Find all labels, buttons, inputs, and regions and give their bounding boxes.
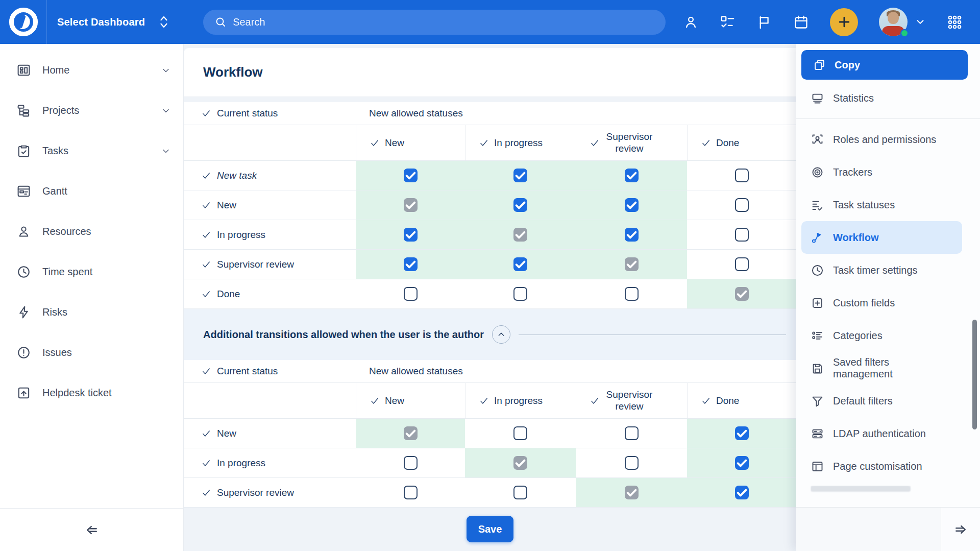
checkbox-in-progress-to-supervisor-review[interactable] bbox=[625, 456, 639, 470]
search-input[interactable] bbox=[233, 16, 660, 28]
global-search[interactable] bbox=[203, 10, 666, 35]
panel-item-workflow[interactable]: Workflow bbox=[801, 221, 962, 254]
transition-cell bbox=[687, 279, 796, 308]
panel-item-categories[interactable]: Categories bbox=[801, 319, 962, 352]
trackers-icon bbox=[811, 165, 824, 179]
checkbox-supervisor-review-to-done[interactable] bbox=[735, 257, 749, 271]
user-icon[interactable] bbox=[683, 14, 699, 30]
transition-cell bbox=[356, 250, 465, 279]
panel-item-label: Task timer settings bbox=[833, 265, 918, 276]
check-icon bbox=[479, 138, 489, 148]
checkbox-new-to-new[interactable] bbox=[404, 426, 418, 440]
checkbox-supervisor-review-to-supervisor-review[interactable] bbox=[625, 486, 639, 499]
apps-grid-icon[interactable] bbox=[947, 14, 963, 30]
checkbox-new-to-done[interactable] bbox=[735, 198, 749, 212]
sidebar-item-issues[interactable]: Issues bbox=[0, 332, 183, 373]
checkbox-new-task-to-in-progress[interactable] bbox=[513, 169, 527, 182]
checkbox-in-progress-to-in-progress[interactable] bbox=[513, 228, 527, 242]
plus-icon bbox=[837, 14, 852, 30]
transition-cell bbox=[687, 190, 796, 220]
checkbox-supervisor-review-to-new[interactable] bbox=[404, 257, 418, 271]
checkbox-new-to-supervisor-review[interactable] bbox=[625, 426, 639, 440]
quick-add-button[interactable] bbox=[830, 8, 858, 36]
sidebar-item-home[interactable]: Home bbox=[0, 50, 183, 90]
checkbox-new-task-to-new[interactable] bbox=[404, 169, 418, 182]
checkbox-supervisor-review-to-done[interactable] bbox=[735, 486, 749, 499]
checkbox-new-task-to-supervisor-review[interactable] bbox=[625, 169, 639, 182]
panel-item-default-filters[interactable]: Default filters bbox=[801, 385, 962, 417]
current-status-header: Current status bbox=[184, 360, 356, 382]
checkbox-new-to-supervisor-review[interactable] bbox=[625, 198, 639, 212]
panel-item-page-customisation[interactable]: Page customisation bbox=[801, 450, 962, 483]
statistics-icon bbox=[811, 91, 824, 105]
transition-cell bbox=[356, 419, 465, 448]
checkbox-done-to-in-progress[interactable] bbox=[513, 287, 527, 301]
dashboard-selector[interactable]: Select Dashboard bbox=[57, 14, 169, 30]
transition-cell bbox=[356, 279, 465, 308]
chevron-down-icon[interactable] bbox=[161, 146, 171, 156]
transition-cell bbox=[576, 478, 687, 507]
check-icon bbox=[370, 396, 380, 406]
checklist-icon[interactable] bbox=[720, 14, 736, 30]
checkbox-new-to-new[interactable] bbox=[404, 198, 418, 212]
checkbox-new-to-in-progress[interactable] bbox=[513, 426, 527, 440]
sidebar-item-helpdesk-ticket[interactable]: Helpdesk ticket bbox=[0, 373, 183, 413]
checkbox-new-to-done[interactable] bbox=[735, 426, 749, 440]
chevron-down-icon[interactable] bbox=[161, 65, 171, 76]
panel-item-task-statuses[interactable]: Task statuses bbox=[801, 188, 962, 221]
checkbox-in-progress-to-in-progress[interactable] bbox=[513, 456, 527, 470]
checkbox-new-task-to-done[interactable] bbox=[735, 169, 749, 182]
custom-fields-icon bbox=[811, 296, 824, 310]
checkbox-new-to-in-progress[interactable] bbox=[513, 198, 527, 212]
chevron-down-icon[interactable] bbox=[915, 16, 926, 28]
checkbox-done-to-new[interactable] bbox=[404, 287, 418, 301]
panel-item-label: Workflow bbox=[833, 232, 879, 244]
sidebar-item-risks[interactable]: Risks bbox=[0, 292, 183, 332]
checkbox-in-progress-to-done[interactable] bbox=[735, 456, 749, 470]
checkbox-supervisor-review-to-supervisor-review[interactable] bbox=[625, 257, 639, 271]
check-icon bbox=[201, 230, 211, 240]
panel-item-saved-filters-management[interactable]: Saved filters management bbox=[801, 352, 962, 385]
sidebar-item-label: Gantt bbox=[42, 185, 171, 197]
panel-item-trackers[interactable]: Trackers bbox=[801, 156, 962, 188]
copy-icon bbox=[813, 58, 826, 72]
panel-item-task-timer-settings[interactable]: Task timer settings bbox=[801, 254, 962, 286]
checkbox-supervisor-review-to-new[interactable] bbox=[404, 486, 418, 499]
sidebar-item-tasks[interactable]: Tasks bbox=[0, 131, 183, 171]
panel-item-custom-fields[interactable]: Custom fields bbox=[801, 286, 962, 319]
status-row-in-progress: In progress bbox=[184, 220, 796, 250]
checkbox-in-progress-to-supervisor-review[interactable] bbox=[625, 228, 639, 242]
sidebar-item-gantt[interactable]: Gantt bbox=[0, 171, 183, 211]
calendar-icon[interactable] bbox=[793, 14, 809, 30]
transition-cell bbox=[687, 419, 796, 448]
flag-icon[interactable] bbox=[756, 14, 772, 30]
checkbox-done-to-done[interactable] bbox=[735, 287, 749, 301]
panel-item-statistics[interactable]: Statistics bbox=[801, 82, 962, 114]
panel-item-ldap-authentication[interactable]: LDAP authentication bbox=[801, 417, 962, 450]
copy-button[interactable]: Copy bbox=[801, 50, 968, 80]
user-avatar[interactable] bbox=[879, 8, 908, 36]
sidebar-item-resources[interactable]: Resources bbox=[0, 211, 183, 252]
save-button[interactable]: Save bbox=[467, 516, 513, 542]
transition-cell bbox=[465, 161, 576, 190]
checkbox-supervisor-review-to-in-progress[interactable] bbox=[513, 486, 527, 499]
sidebar-item-projects[interactable]: Projects bbox=[0, 90, 183, 131]
transition-cell bbox=[576, 448, 687, 477]
status-row-supervisor-review: Supervisor review bbox=[184, 478, 796, 508]
checkbox-in-progress-to-done[interactable] bbox=[735, 228, 749, 242]
collapse-section-button[interactable] bbox=[492, 325, 510, 344]
chevron-down-icon[interactable] bbox=[161, 106, 171, 116]
panel-item-roles-and-permissions[interactable]: Roles and permissions bbox=[801, 123, 962, 156]
checkbox-supervisor-review-to-in-progress[interactable] bbox=[513, 257, 527, 271]
collapse-panel-button[interactable] bbox=[941, 508, 980, 551]
checkbox-in-progress-to-new[interactable] bbox=[404, 228, 418, 242]
helpdesk-icon bbox=[16, 386, 31, 400]
checkbox-done-to-supervisor-review[interactable] bbox=[625, 287, 639, 301]
transition-cell bbox=[687, 220, 796, 249]
panel-item-label: Statistics bbox=[833, 92, 874, 104]
app-logo[interactable] bbox=[0, 0, 47, 44]
panel-scrollbar[interactable] bbox=[972, 320, 977, 429]
checkbox-in-progress-to-new[interactable] bbox=[404, 456, 418, 470]
collapse-sidebar-icon[interactable] bbox=[84, 522, 100, 538]
sidebar-item-time-spent[interactable]: Time spent bbox=[0, 252, 183, 292]
